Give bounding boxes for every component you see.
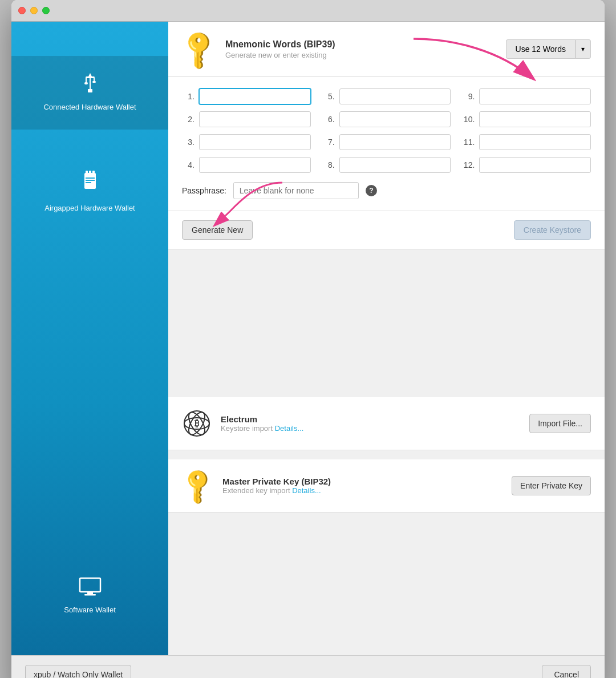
use-words-dropdown[interactable]: ▾ [575, 39, 591, 59]
word-num-9: 9. [462, 92, 475, 101]
spacer-1 [168, 249, 605, 393]
word-num-4: 4. [182, 160, 194, 170]
use-words-button[interactable]: Use 12 Words [506, 39, 575, 59]
word-input-3[interactable] [199, 134, 311, 150]
electrum-title: Electrum [221, 414, 303, 424]
word-input-5[interactable] [339, 88, 451, 104]
word-input-7[interactable] [339, 134, 451, 150]
key-icon: 🔑 [176, 26, 222, 72]
word-row-9: 9. [462, 88, 591, 104]
electrum-left: ₿ Electrum Keystore import Details... [182, 409, 303, 438]
xpub-button[interactable]: xpub / Watch Only Wallet [25, 665, 131, 678]
word-num-11: 11. [462, 138, 475, 147]
mnemonic-text: Mnemonic Words (BIP39) Generate new or e… [225, 39, 335, 59]
word-num-6: 6. [322, 115, 335, 124]
electrum-section: ₿ Electrum Keystore import Details... Im… [168, 397, 605, 450]
sidebar-item-software-wallet[interactable]: Software Wallet [11, 560, 168, 632]
master-key-details-link[interactable]: Details... [292, 486, 321, 495]
master-key-subtitle: Extended key import Details... [222, 486, 331, 495]
spacer-3 [168, 512, 605, 656]
sidebar-item-connected-hardware-wallet-label: Connected Hardware Wallet [43, 102, 136, 112]
svg-rect-3 [86, 78, 87, 82]
word-num-10: 10. [462, 115, 475, 124]
svg-rect-17 [84, 594, 96, 596]
svg-rect-5 [94, 78, 95, 81]
word-row-8: 8. [322, 157, 451, 173]
word-row-10: 10. [462, 111, 591, 127]
svg-rect-15 [80, 578, 100, 592]
passphrase-row: Passphrase: ? [182, 182, 591, 199]
word-num-3: 3. [182, 138, 194, 147]
generate-new-button[interactable]: Generate New [182, 220, 253, 240]
cancel-button[interactable]: Cancel [542, 665, 591, 678]
word-row-11: 11. [462, 134, 591, 150]
sidebar-item-airgapped-label: Airgapped Hardware Wallet [44, 203, 135, 213]
buttons-row: Generate New Create Keystore [168, 211, 605, 249]
word-grid: 1. 2. 3. 4. [182, 88, 591, 173]
word-num-7: 7. [322, 138, 335, 147]
use-words-button-wrap: Use 12 Words ▾ [506, 39, 591, 59]
electrum-icon: ₿ [182, 409, 212, 438]
word-col-3: 9. 10. 11. [462, 88, 591, 173]
titlebar [11, 0, 605, 22]
mnemonic-title: Mnemonic Words (BIP39) [225, 39, 335, 50]
help-icon[interactable]: ? [366, 185, 377, 196]
master-key-left: 🔑 Master Private Key (BIP32) Extended ke… [182, 471, 331, 501]
svg-rect-9 [86, 171, 88, 174]
word-input-1[interactable] [199, 88, 311, 104]
master-key-section: 🔑 Master Private Key (BIP32) Extended ke… [168, 459, 605, 512]
svg-rect-12 [86, 177, 95, 179]
usb-icon [79, 73, 102, 96]
sidebar-item-airgapped-hardware-wallet[interactable]: Airgapped Hardware Wallet [11, 152, 168, 231]
mnemonic-subtitle: Generate new or enter existing [225, 51, 335, 59]
spacer-2 [168, 450, 605, 455]
word-input-10[interactable] [479, 111, 591, 127]
word-input-9[interactable] [479, 88, 591, 104]
word-input-8[interactable] [339, 157, 451, 173]
electrum-subtitle: Keystore import Details... [221, 424, 303, 433]
master-key-text: Master Private Key (BIP32) Extended key … [222, 477, 331, 495]
passphrase-input[interactable] [233, 182, 359, 199]
svg-text:₿: ₿ [194, 418, 199, 428]
mnemonic-section: 🔑 Mnemonic Words (BIP39) Generate new or… [168, 22, 605, 77]
monitor-icon [79, 577, 102, 599]
word-input-12[interactable] [479, 157, 591, 173]
master-key-title: Master Private Key (BIP32) [222, 477, 331, 486]
word-num-1: 1. [182, 92, 194, 101]
word-num-8: 8. [322, 160, 335, 170]
electrum-details-link[interactable]: Details... [275, 424, 304, 433]
word-row-5: 5. [322, 88, 451, 104]
svg-rect-14 [86, 182, 91, 183]
enter-private-key-button[interactable]: Enter Private Key [512, 476, 591, 495]
create-keystore-button[interactable]: Create Keystore [514, 220, 591, 240]
passphrase-label: Passphrase: [182, 186, 226, 195]
maximize-button[interactable] [42, 7, 50, 14]
minimize-button[interactable] [30, 7, 38, 14]
word-col-1: 1. 2. 3. 4. [182, 88, 311, 173]
word-row-1: 1. [182, 88, 311, 104]
svg-rect-11 [92, 171, 95, 174]
word-input-2[interactable] [199, 111, 311, 127]
svg-rect-6 [92, 81, 96, 83]
word-col-2: 5. 6. 7. 8. [322, 88, 451, 173]
sidebar-item-connected-hardware-wallet[interactable]: Connected Hardware Wallet [11, 56, 168, 130]
word-row-2: 2. [182, 111, 311, 127]
svg-rect-0 [88, 89, 92, 92]
svg-rect-1 [90, 78, 91, 89]
svg-rect-4 [84, 82, 88, 84]
word-row-4: 4. [182, 157, 311, 173]
word-row-6: 6. [322, 111, 451, 127]
word-input-11[interactable] [479, 134, 591, 150]
master-key-icon: 🔑 [176, 464, 220, 507]
sidebar-item-software-wallet-label: Software Wallet [64, 605, 116, 615]
main-content: Connected Hardware Wallet [11, 22, 605, 655]
word-input-6[interactable] [339, 111, 451, 127]
panel-wrapper: 🔑 Mnemonic Words (BIP39) Generate new or… [168, 22, 605, 655]
electrum-text: Electrum Keystore import Details... [221, 414, 303, 433]
word-input-4[interactable] [199, 157, 311, 173]
import-file-button[interactable]: Import File... [529, 414, 591, 433]
svg-rect-2 [86, 76, 95, 78]
word-row-12: 12. [462, 157, 591, 173]
word-row-7: 7. [322, 134, 451, 150]
close-button[interactable] [18, 7, 26, 14]
